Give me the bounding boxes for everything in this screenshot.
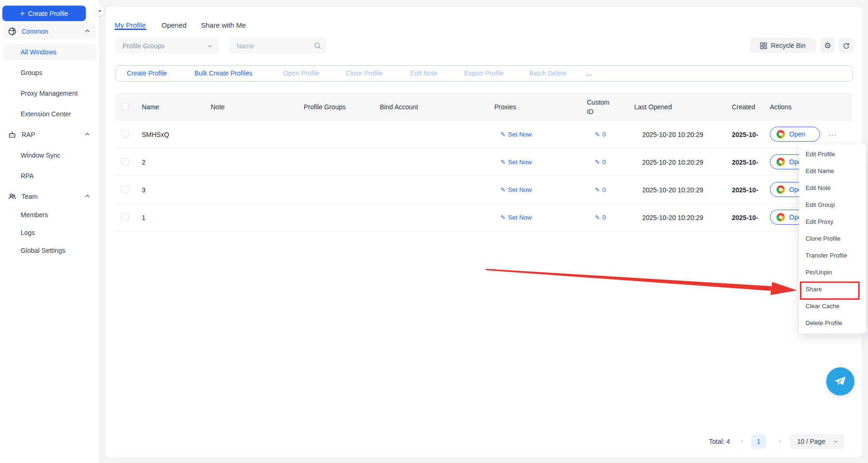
cell-created: 2025-10- [732,121,758,148]
action-close-profile[interactable]: Close Profile [346,66,383,81]
sidebar-item-label: Common [22,28,84,35]
create-profile-button[interactable]: + Create Profile [2,6,86,21]
pagination-next-icon[interactable]: › [778,434,781,449]
sidebar-item-label: RAP [22,131,84,138]
chevron-down-icon [833,439,838,444]
menu-item-edit-proxy[interactable]: Edit Proxy [799,213,866,230]
set-now-link[interactable]: ✎Set Now [500,131,532,138]
col-last-opened: Last Opened [634,93,672,121]
col-proxies: Proxies [494,93,516,121]
row-checkbox[interactable] [121,130,129,138]
telegram-fab-button[interactable] [826,367,854,395]
row-checkbox[interactable] [121,158,129,166]
row-checkbox[interactable] [121,186,129,193]
cell-name: 3 [142,176,146,204]
action-export-profile[interactable]: Export Profile [464,66,504,81]
sidebar-item-common[interactable]: Common [3,23,97,39]
sidebar-item-rap[interactable]: RAP [3,127,97,143]
sidebar-collapse-button[interactable]: ◀ [94,6,104,16]
sidebar-item-label: Members [21,211,48,219]
settings-button[interactable]: ⚙ [820,38,835,53]
cell-name: 2 [142,148,146,176]
select-all-checkbox[interactable] [121,103,129,110]
sidebar-item-window-sync[interactable]: Window Sync [3,147,97,163]
cell-custom-id: ✎0 [595,121,606,148]
edit-custom-id-link[interactable]: ✎0 [595,131,606,138]
pencil-icon: ✎ [500,131,506,137]
action-create-profile[interactable]: Create Profile [127,66,167,81]
chrome-browser-icon [776,130,785,138]
edit-custom-id-link[interactable]: ✎0 [595,186,606,193]
main-panel: My Profile Opened Share with Me Profile … [106,7,861,457]
active-tab-underline [115,29,146,30]
sidebar: + Create Profile Common All Windows Grou… [0,0,100,463]
sidebar-item-label: Groups [21,69,42,76]
menu-item-transfer-profile[interactable]: Transfer Profile [799,247,866,264]
cell-created: 2025-10- [732,176,758,204]
create-profile-label: Create Profile [28,10,69,17]
col-created: Created [732,93,755,121]
sidebar-item-rpa[interactable]: RPA [3,168,97,184]
menu-item-edit-profile[interactable]: Edit Profile [799,146,866,163]
sidebar-item-groups[interactable]: Groups [3,65,97,81]
sidebar-item-extension-center[interactable]: Extension Center [3,106,97,122]
page-size-select[interactable]: 10 / Page [790,434,844,449]
menu-item-clone-profile[interactable]: Clone Profile [799,230,866,247]
tab-opened[interactable]: Opened [161,21,186,29]
open-profile-button[interactable]: Open [770,127,820,142]
sidebar-item-proxy-management[interactable]: Proxy Management [3,85,97,101]
sidebar-item-logs[interactable]: Logs [3,225,97,241]
action-edit-note[interactable]: Edit Note [410,66,438,81]
profile-groups-placeholder: Profile Groups [123,42,207,50]
action-more-ellipsis[interactable]: ... [586,66,591,81]
edit-custom-id-link[interactable]: ✎0 [595,214,606,221]
refresh-icon [843,42,850,49]
action-batch-delete[interactable]: Batch Delete [529,66,567,81]
chevron-up-icon [84,131,90,138]
grid-icon [760,42,767,49]
sidebar-item-members[interactable]: Members [3,207,97,223]
sidebar-item-label: All Windows [21,48,56,56]
action-bulk-create-profiles[interactable]: Bulk Create Profiles [194,66,253,81]
pencil-icon: ✎ [595,131,600,137]
action-open-profile[interactable]: Open Profile [283,66,320,81]
edit-custom-id-link[interactable]: ✎0 [595,159,606,166]
chevron-down-icon [207,43,213,49]
set-now-link[interactable]: ✎Set Now [500,214,532,221]
tab-share-with-me[interactable]: Share with Me [201,21,246,29]
menu-item-clear-cache[interactable]: Clear Cache [799,298,866,315]
menu-item-pin-unpin[interactable]: Pin/Unpin [799,264,866,281]
sidebar-item-team[interactable]: Team [3,189,97,205]
app-root: + Create Profile Common All Windows Grou… [0,0,868,463]
search-icon[interactable] [314,42,322,50]
cell-last-opened: 2025-10-20 10:20:29 [642,148,703,176]
sidebar-item-all-windows[interactable]: All Windows [3,44,97,60]
sidebar-item-global-settings[interactable]: Global Settings [3,243,97,258]
menu-item-edit-group[interactable]: Edit Group [799,197,866,213]
chevron-up-icon [84,28,90,35]
menu-item-delete-profile[interactable]: Delete Profile [799,315,866,332]
pagination-prev-icon[interactable]: ‹ [741,434,744,449]
cell-name: SMHSxQ [142,121,169,148]
chrome-browser-icon [776,185,785,194]
recycle-bin-label: Recycle Bin [771,42,806,49]
cell-proxies: ✎Set Now [500,204,532,231]
pencil-icon: ✎ [595,159,600,165]
cell-custom-id: ✎0 [595,148,606,176]
sidebar-item-label: Team [22,193,84,200]
refresh-button[interactable] [838,38,853,53]
set-now-link[interactable]: ✎Set Now [500,159,532,166]
globe-icon [8,27,17,36]
cell-created: 2025-10- [732,204,758,231]
name-search-input[interactable] [229,38,326,54]
menu-item-edit-note[interactable]: Edit Note [799,180,866,197]
recycle-bin-button[interactable]: Recycle Bin [750,38,816,53]
profile-groups-select[interactable]: Profile Groups [115,38,219,54]
pencil-icon: ✎ [595,214,600,220]
annotation-highlight-box [800,281,860,300]
menu-item-edit-name[interactable]: Edit Name [799,163,866,180]
row-checkbox[interactable] [121,213,129,221]
set-now-link[interactable]: ✎Set Now [500,186,532,193]
pagination-page-1[interactable]: 1 [751,434,766,449]
tab-my-profile[interactable]: My Profile [115,21,146,29]
